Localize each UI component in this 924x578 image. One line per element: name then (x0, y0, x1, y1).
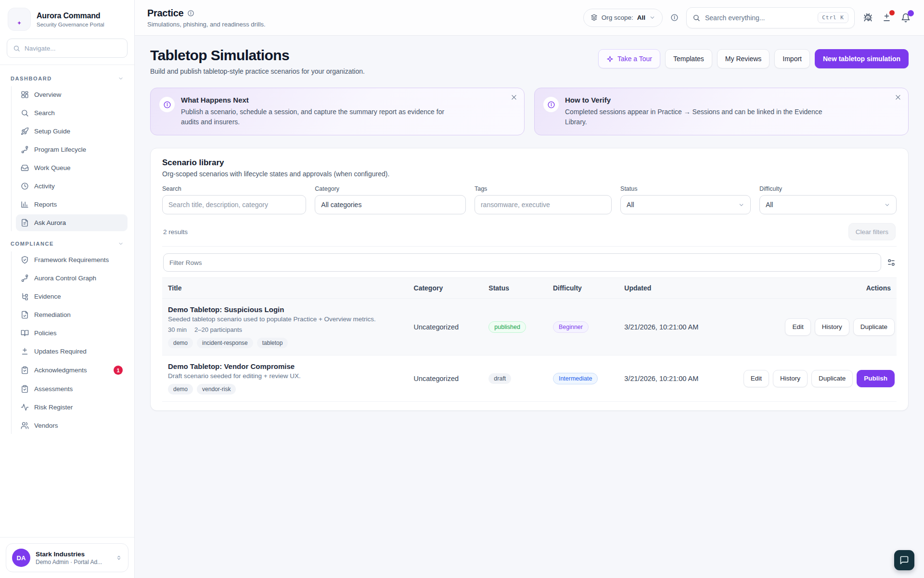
column-status[interactable]: Status (485, 278, 545, 298)
my-reviews-button[interactable]: My Reviews (717, 49, 770, 68)
chevron-down-icon (649, 14, 655, 21)
notification-dot (908, 10, 914, 16)
filter-category-select[interactable]: All categories (315, 195, 466, 214)
banner-what-happens-next: What Happens Next Publish a scenario, sc… (150, 88, 525, 135)
edit-button[interactable]: Edit (744, 370, 769, 387)
sidebar-item-updates-required[interactable]: Updates Required (16, 343, 128, 360)
clipboard-check-icon (21, 385, 29, 393)
sidebar-item-evidence[interactable]: Evidence (16, 288, 128, 305)
scenario-category: Uncategorized (410, 368, 481, 389)
duplicate-button[interactable]: Duplicate (811, 370, 853, 387)
difficulty-badge: Beginner (553, 321, 589, 333)
navigate-search[interactable] (7, 39, 128, 58)
filter-search-input[interactable] (162, 195, 306, 214)
chevron-down-icon (118, 241, 124, 247)
sidebar-item-framework-requirements[interactable]: Framework Requirements (16, 251, 128, 268)
filter-status-select[interactable]: All (620, 195, 751, 214)
column-category[interactable]: Category (410, 278, 481, 298)
route-icon (21, 145, 29, 154)
page-title: Tabletop Simulations (150, 47, 365, 64)
table-row[interactable]: Demo Tabletop: Vendor Compromise Draft s… (162, 355, 897, 402)
clear-filters-button[interactable]: Clear filters (848, 223, 896, 240)
sidebar-item-assessments[interactable]: Assessments (16, 381, 128, 397)
inbox-icon (21, 164, 29, 172)
banner-body: Completed sessions appear in Practice → … (565, 107, 834, 127)
column-updated[interactable]: Updated (620, 278, 727, 298)
sidebar-item-risk-register[interactable]: Risk Register (16, 399, 128, 416)
org-scope-select[interactable]: Org scope: All (583, 9, 663, 27)
filter-category-label: Category (315, 185, 466, 192)
sidebar-item-acknowledgments[interactable]: Acknowledgments 1 (16, 361, 128, 379)
brand-name: Aurora Command (37, 12, 104, 20)
scenario-updated: 3/21/2026, 10:21:00 AM (620, 368, 727, 389)
filter-difficulty-select[interactable]: All (759, 195, 897, 214)
new-tabletop-simulation-button[interactable]: New tabletop simulation (815, 49, 909, 68)
notifications-button[interactable] (900, 12, 911, 24)
scenario-table: Title Category Status Difficulty Updated… (162, 277, 897, 402)
sidebar-item-policies[interactable]: Policies (16, 325, 128, 342)
sidebar-item-activity[interactable]: Activity (16, 178, 128, 195)
sidebar-item-work-queue[interactable]: Work Queue (16, 159, 128, 176)
tree-icon (21, 292, 29, 301)
section-dashboard[interactable]: DASHBOARD (7, 73, 128, 85)
bug-report-button[interactable] (862, 12, 873, 23)
section-compliance[interactable]: COMPLIANCE (7, 238, 128, 250)
activity-icon (21, 403, 29, 411)
tag-pill: demo (168, 338, 193, 348)
import-button[interactable]: Import (774, 49, 810, 68)
scenario-duration: 30 min (168, 326, 187, 333)
filter-difficulty-label: Difficulty (759, 185, 897, 192)
clock-icon (21, 182, 29, 190)
scenario-participants: 2–20 participants (194, 326, 242, 333)
sidebar-item-aurora-control-graph[interactable]: Aurora Control Graph (16, 270, 128, 287)
filter-tags-input[interactable] (475, 195, 612, 214)
user-org: Stark Industries (36, 551, 102, 558)
sidebar-item-reports[interactable]: Reports (16, 196, 128, 213)
chat-widget-button[interactable] (894, 550, 914, 570)
sidebar-item-overview[interactable]: Overview (16, 86, 128, 103)
brand: Aurora Command Security Governance Porta… (0, 0, 134, 37)
scenario-title[interactable]: Demo Tabletop: Vendor Compromise (168, 362, 402, 370)
filter-search-label: Search (162, 185, 306, 192)
navigate-input[interactable] (25, 45, 121, 52)
sidebar-item-ask-aurora[interactable]: Ask Aurora (16, 214, 128, 231)
info-icon[interactable] (187, 10, 194, 17)
file-check-icon (21, 311, 29, 319)
changes-button[interactable] (881, 12, 892, 23)
templates-button[interactable]: Templates (665, 49, 712, 68)
column-title[interactable]: Title (164, 278, 406, 298)
sidebar-item-search[interactable]: Search (16, 105, 128, 121)
status-badge: draft (488, 373, 511, 384)
sidebar-item-remediation[interactable]: Remediation (16, 306, 128, 323)
global-search[interactable]: Ctrl K (686, 7, 855, 28)
close-icon[interactable] (511, 94, 517, 101)
scenario-title[interactable]: Demo Tabletop: Suspicious Login (168, 305, 402, 314)
close-icon[interactable] (895, 94, 901, 101)
sidebar-item-program-lifecycle[interactable]: Program Lifecycle (16, 141, 128, 158)
publish-button[interactable]: Publish (857, 370, 895, 387)
history-button[interactable]: History (815, 318, 849, 336)
info-icon (159, 97, 175, 112)
history-button[interactable]: History (773, 370, 808, 387)
info-icon[interactable] (670, 13, 679, 22)
table-row[interactable]: Demo Tabletop: Suspicious Login Seeded t… (162, 299, 897, 355)
column-difficulty[interactable]: Difficulty (549, 278, 616, 298)
global-search-input[interactable] (705, 14, 813, 22)
sidebar-item-setup-guide[interactable]: Setup Guide (16, 123, 128, 140)
take-a-tour-button[interactable]: Take a Tour (598, 49, 660, 68)
bar-chart-icon (21, 200, 29, 209)
acknowledgments-badge: 1 (114, 366, 123, 375)
sidebar-item-vendors[interactable]: Vendors (16, 417, 128, 434)
filter-rows-input[interactable] (163, 253, 881, 272)
alert-dot (889, 10, 895, 15)
column-settings-icon[interactable] (887, 258, 896, 267)
edit-button[interactable]: Edit (785, 318, 810, 336)
duplicate-button[interactable]: Duplicate (853, 318, 895, 336)
avatar: DA (12, 549, 30, 567)
scenario-description: Draft scenario seeded for editing + revi… (168, 372, 402, 380)
chevron-icon (116, 554, 122, 561)
chevron-down-icon (118, 76, 124, 81)
search-kbd: Ctrl K (818, 12, 848, 23)
column-actions: Actions (731, 278, 895, 298)
user-menu[interactable]: DA Stark Industries Demo Admin · Portal … (6, 543, 128, 572)
